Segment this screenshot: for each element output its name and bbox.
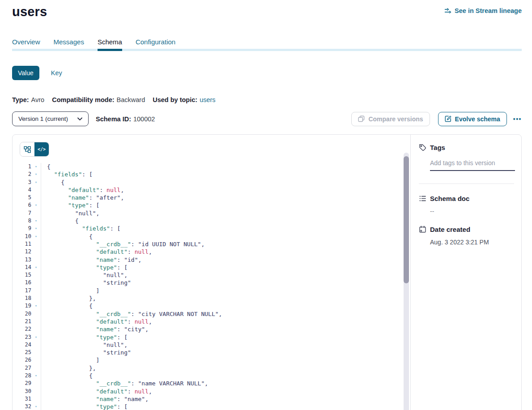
fold-arrow-icon[interactable]: ▾ [31,163,41,171]
schema-id-label: Schema ID: [96,115,131,123]
code-text: ] [41,356,410,364]
fold-spacer [31,209,41,217]
compatibility-value: Backward [117,96,145,103]
schema-id: Schema ID: 100002 [96,115,155,123]
code-line: 11 "__crdb__": "id UUID NOT NULL", [13,240,410,248]
fold-arrow-icon[interactable]: ▾ [31,264,41,271]
code-line: 28▾ { [13,372,410,380]
line-number: 10 [13,233,31,240]
tab-overview[interactable]: Overview [12,38,40,49]
schema-id-value: 100002 [133,115,155,123]
code-text: "type": [ [41,201,410,209]
evolve-schema-label: Evolve schema [455,115,500,123]
version-select[interactable]: Version 1 (current) [12,111,89,126]
fold-arrow-icon[interactable]: ▾ [31,179,41,186]
code-text: { [41,233,410,240]
fold-spacer [31,318,41,325]
active-tab-indicator [98,49,122,51]
editor-view-toggle: </> [20,142,49,157]
fold-arrow-icon[interactable]: ▾ [31,225,41,232]
line-number: 8 [13,217,31,225]
tab-schema[interactable]: Schema [98,38,122,49]
code-text: "name": "name", [41,395,410,403]
line-number: 18 [13,295,31,302]
sidebar-divider [419,184,514,184]
code-text: { [41,179,410,186]
topic-link[interactable]: users [200,96,215,103]
fold-arrow-icon[interactable]: ▾ [31,217,41,225]
code-line: 4 "default": null, [13,186,410,194]
code-line: 17 ] [13,287,410,295]
key-toggle-button[interactable]: Key [51,69,62,77]
code-view-button[interactable]: </> [34,142,49,156]
line-number: 15 [13,271,31,279]
code-line: 23▾ "type": [ [13,333,410,341]
fold-spacer [31,256,41,264]
tab-configuration[interactable]: Configuration [136,38,175,49]
code-text: "type": [ [41,264,410,271]
fold-arrow-icon[interactable]: ▾ [31,233,41,240]
fold-spacer [31,349,41,356]
compare-versions-button[interactable]: Compare versions [351,112,430,126]
tree-view-button[interactable] [20,142,34,156]
tab-bar: OverviewMessagesSchemaConfiguration [12,38,522,49]
line-number: 29 [13,380,31,387]
line-number: 1 [13,163,31,171]
tab-strip [12,49,522,51]
editor-scrollbar-track[interactable] [404,153,409,410]
code-lines: 1▾{2▾ "fields": [3▾ {4 "default": null,5… [13,163,410,410]
code-text: "null", [41,341,410,349]
code-line: 19▾ { [13,302,410,310]
code-text: "default": null, [41,186,410,194]
schema-part-toggle: Value Key [12,66,522,80]
type-value: Avro [31,96,45,103]
compare-versions-label: Compare versions [368,115,423,123]
tab-messages[interactable]: Messages [54,38,84,49]
code-line: 21 "default": null, [13,318,410,325]
schema-doc-value: -- [430,208,514,215]
code-text: "default": null, [41,248,410,256]
list-icon [419,195,426,202]
code-line: 18 }, [13,295,410,302]
line-number: 26 [13,356,31,364]
fold-arrow-icon[interactable]: ▾ [31,302,41,310]
fold-arrow-icon[interactable]: ▾ [31,372,41,380]
compatibility-label: Compatibility mode: [52,96,114,103]
chevron-down-icon [77,117,82,121]
fold-arrow-icon[interactable]: ▾ [31,201,41,209]
more-options-button[interactable]: ••• [513,115,522,123]
tags-section-header: Tags [419,144,514,151]
code-text: "name": "id", [41,256,410,264]
schema-doc-heading: Schema doc [430,195,469,202]
tags-input[interactable] [430,159,515,171]
code-line: 8▾ { [13,217,410,225]
edit-icon [445,115,451,122]
line-number: 24 [13,341,31,349]
fold-arrow-icon[interactable]: ▾ [31,333,41,341]
code-text: "name": "after", [41,194,410,201]
code-text: "__crdb__": "id UUID NOT NULL", [41,240,410,248]
code-line: 26 ] [13,356,410,364]
stream-lineage-link[interactable]: See in Stream lineage [444,7,522,14]
line-number: 20 [13,310,31,318]
fold-arrow-icon[interactable]: ▾ [31,403,41,410]
schema-meta: Type: Avro Compatibility mode: Backward … [12,96,522,103]
value-toggle-button[interactable]: Value [12,66,39,80]
editor-scrollbar-thumb[interactable] [404,156,409,283]
fold-arrow-icon[interactable]: ▾ [31,171,41,178]
code-line: 31 "name": "name", [13,395,410,403]
fold-spacer [31,295,41,302]
code-text: "name": "city", [41,325,410,333]
line-number: 23 [13,333,31,341]
code-line: 22 "name": "city", [13,325,410,333]
schema-panel: </> 1▾{2▾ "fields": [3▾ {4 "default": nu… [12,134,522,410]
fold-spacer [31,194,41,201]
schema-doc-section: Schema doc -- [419,195,514,215]
tree-view-icon [24,146,31,153]
code-text: { [41,163,410,171]
line-number: 6 [13,201,31,209]
code-text: "__crdb__": "name VARCHAR NULL", [41,380,410,387]
evolve-schema-button[interactable]: Evolve schema [438,112,507,126]
code-text: "string" [41,349,410,356]
line-number: 3 [13,179,31,186]
